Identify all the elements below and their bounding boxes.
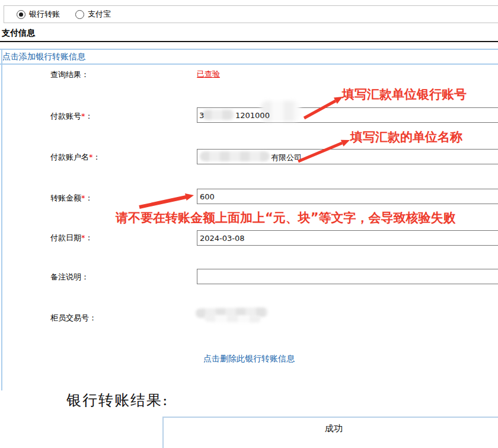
remark-input[interactable] [197, 269, 498, 284]
pay-date-input[interactable] [197, 230, 498, 246]
teller-no-label: 柜员交易号： [50, 313, 97, 323]
payer-name-input[interactable] [197, 149, 498, 164]
radio-selected-icon[interactable] [17, 10, 25, 19]
radio-alipay[interactable]: 支付宝 [75, 9, 111, 20]
radio-unselected-icon[interactable] [75, 10, 84, 19]
name-tip-annotation: 填写汇款的单位名称 [350, 129, 462, 145]
panel-mid-border [0, 63, 498, 65]
transfer-result-status: 成功 [325, 423, 343, 434]
payer-account-input[interactable] [197, 107, 498, 123]
transfer-result-box: 成功 [162, 417, 498, 448]
payment-page: 银行转账 支付宝 支付信息 点击添加银行转账信息 查询结果： 已查验 付款账号*… [0, 0, 498, 448]
payer-name-label: 付款账户名*： [50, 152, 101, 163]
query-result-label: 查询结果： [50, 69, 89, 80]
remark-label: 备注说明： [50, 272, 89, 282]
query-result-value: 已查验 [197, 69, 220, 80]
amount-label: 转账金额*： [50, 193, 93, 204]
pay-date-label: 付款日期*： [50, 233, 93, 243]
transfer-result-title: 银行转账结果: [66, 390, 168, 410]
radio-bank-transfer[interactable]: 银行转账 [17, 9, 60, 20]
panel-left-border [1, 49, 2, 390]
section-title-payment-info: 支付信息 [2, 28, 35, 39]
payer-account-label: 付款账号*： [50, 111, 93, 122]
radio-bank-transfer-label: 银行转账 [29, 9, 60, 20]
amount-warning-annotation: 请不要在转账金额上面加上“元、块”等文字，会导致核验失败 [116, 209, 456, 226]
delete-bank-transfer-link[interactable]: 点击删除此银行转账信息 [203, 354, 295, 364]
masked-teller-smudge-2 [205, 314, 261, 323]
section-divider [0, 41, 498, 42]
amount-input[interactable] [197, 189, 498, 204]
masked-teller-smudge [196, 307, 268, 318]
payment-method-panel: 银行转账 支付宝 [4, 5, 498, 23]
radio-alipay-label: 支付宝 [88, 9, 111, 20]
account-tip-annotation: 填写汇款单位银行账号 [342, 86, 467, 103]
add-bank-transfer-link[interactable]: 点击添加银行转账信息 [2, 52, 85, 62]
panel-top-border [0, 49, 498, 50]
arrow-to-amount-input [139, 193, 194, 207]
